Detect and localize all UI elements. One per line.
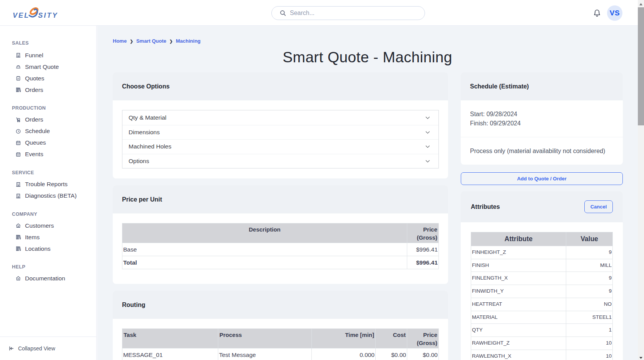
svg-text:VEL: VEL bbox=[13, 12, 30, 19]
svg-text:SITY: SITY bbox=[38, 12, 58, 19]
